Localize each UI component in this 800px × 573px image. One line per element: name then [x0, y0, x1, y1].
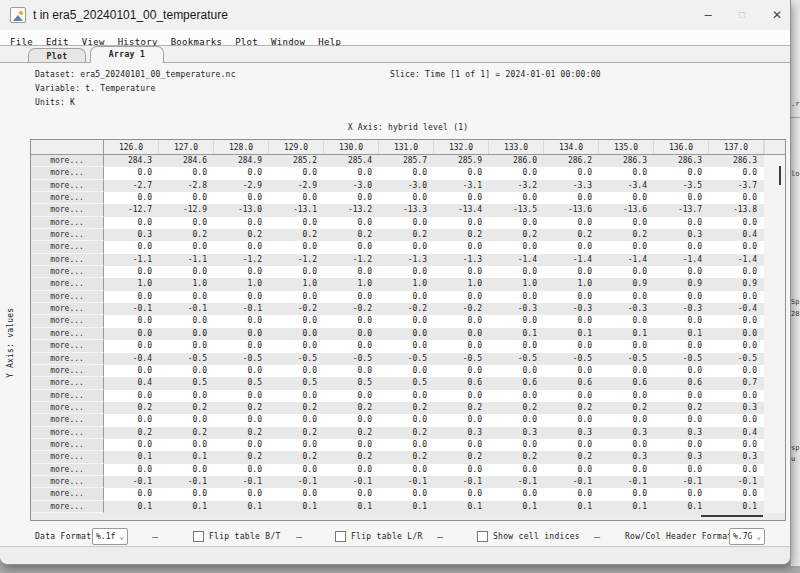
table-cell[interactable]: -0.1 — [269, 476, 324, 488]
table-cell[interactable]: -1.4 — [544, 254, 599, 266]
table-cell[interactable]: 0.4 — [709, 229, 764, 241]
row-header-more[interactable]: more... — [31, 229, 104, 241]
table-cell[interactable]: 0.0 — [599, 241, 654, 253]
table-cell[interactable]: 0.1 — [654, 501, 709, 513]
table-cell[interactable]: 0.0 — [709, 414, 764, 426]
table-cell[interactable]: 1.0 — [269, 278, 324, 290]
table-cell[interactable]: 0.6 — [544, 377, 599, 389]
table-cell[interactable]: 0.0 — [159, 291, 214, 303]
table-cell[interactable]: 0.0 — [599, 192, 654, 204]
table-cell[interactable]: 0.0 — [159, 464, 214, 476]
table-cell[interactable]: -3.5 — [654, 180, 709, 192]
table-cell[interactable]: 0.0 — [379, 340, 434, 352]
table-cell[interactable]: 0.0 — [159, 217, 214, 229]
table-cell[interactable]: 0.2 — [489, 451, 544, 463]
tab-array-1[interactable]: Array 1 — [90, 46, 164, 63]
table-cell[interactable]: -0.1 — [324, 476, 379, 488]
row-header-more[interactable]: more... — [31, 402, 104, 414]
table-cell[interactable]: -0.5 — [379, 353, 434, 365]
table-cell[interactable]: 286.0 — [489, 155, 544, 167]
table-cell[interactable]: 0.0 — [599, 390, 654, 402]
table-cell[interactable]: 0.0 — [544, 291, 599, 303]
table-cell[interactable]: 0.2 — [544, 229, 599, 241]
table-cell[interactable]: 0.0 — [434, 266, 489, 278]
table-cell[interactable]: 0.0 — [269, 390, 324, 402]
row-header-more[interactable]: more... — [31, 278, 104, 290]
table-cell[interactable]: 0.2 — [379, 451, 434, 463]
table-cell[interactable]: 0.0 — [159, 266, 214, 278]
table-cell[interactable]: -2.9 — [214, 180, 269, 192]
table-cell[interactable]: 0.0 — [599, 266, 654, 278]
row-header-more[interactable]: more... — [31, 414, 104, 426]
table-cell[interactable]: -3.4 — [599, 180, 654, 192]
table-cell[interactable]: 0.0 — [324, 439, 379, 451]
table-cell[interactable]: 0.0 — [159, 328, 214, 340]
table-cell[interactable]: 0.1 — [104, 451, 159, 463]
table-cell[interactable]: 0.0 — [544, 241, 599, 253]
table-cell[interactable]: 0.0 — [544, 192, 599, 204]
data-format-select[interactable]: %.1f⌄ — [92, 528, 128, 545]
table-cell[interactable]: -0.1 — [709, 476, 764, 488]
table-cell[interactable]: -0.2 — [269, 303, 324, 315]
row-header-more[interactable]: more... — [31, 451, 104, 463]
table-cell[interactable]: -2.8 — [159, 180, 214, 192]
table-cell[interactable]: -13.7 — [654, 204, 709, 216]
table-cell[interactable]: 0.0 — [434, 439, 489, 451]
table-cell[interactable]: 0.0 — [269, 488, 324, 500]
table-cell[interactable]: -1.4 — [489, 254, 544, 266]
table-cell[interactable]: 0.0 — [214, 266, 269, 278]
table-cell[interactable]: 0.0 — [434, 167, 489, 179]
table-cell[interactable]: -2.9 — [269, 180, 324, 192]
table-cell[interactable]: 0.1 — [159, 501, 214, 513]
table-cell[interactable]: -2.7 — [104, 180, 159, 192]
table-cell[interactable]: 0.0 — [324, 365, 379, 377]
table-cell[interactable]: 0.6 — [599, 377, 654, 389]
table-cell[interactable]: 0.0 — [599, 488, 654, 500]
table-cell[interactable]: -1.2 — [214, 254, 269, 266]
horizontal-scrollbar-thumb[interactable] — [701, 515, 763, 517]
table-cell[interactable]: 0.0 — [159, 192, 214, 204]
table-cell[interactable]: 0.0 — [214, 414, 269, 426]
table-cell[interactable]: -0.1 — [489, 476, 544, 488]
table-cell[interactable]: 0.9 — [709, 278, 764, 290]
table-cell[interactable]: 1.0 — [159, 278, 214, 290]
row-header-more[interactable]: more... — [31, 476, 104, 488]
close-button[interactable]: ✕ — [759, 0, 795, 30]
table-cell[interactable]: 284.3 — [104, 155, 159, 167]
table-cell[interactable]: -3.1 — [434, 180, 489, 192]
table-cell[interactable]: 0.3 — [654, 427, 709, 439]
table-cell[interactable]: 0.0 — [489, 192, 544, 204]
table-cell[interactable]: 0.0 — [599, 167, 654, 179]
table-cell[interactable]: 0.0 — [269, 315, 324, 327]
table-cell[interactable]: 0.0 — [434, 390, 489, 402]
tab-plot[interactable]: Plot — [28, 48, 86, 63]
table-cell[interactable]: 285.4 — [324, 155, 379, 167]
table-cell[interactable]: 0.0 — [434, 365, 489, 377]
table-cell[interactable]: -0.1 — [159, 476, 214, 488]
table-cell[interactable]: -0.2 — [434, 303, 489, 315]
table-cell[interactable]: 0.0 — [324, 315, 379, 327]
row-header-more[interactable]: more... — [31, 291, 104, 303]
table-cell[interactable]: 0.0 — [214, 192, 269, 204]
table-cell[interactable]: 0.0 — [489, 439, 544, 451]
table-cell[interactable]: 0.2 — [269, 451, 324, 463]
table-cell[interactable]: 0.0 — [654, 217, 709, 229]
table-cell[interactable]: 0.2 — [654, 402, 709, 414]
table-cell[interactable]: 0.0 — [104, 365, 159, 377]
table-cell[interactable]: 0.2 — [379, 229, 434, 241]
table-cell[interactable]: -0.5 — [489, 353, 544, 365]
table-cell[interactable]: 0.6 — [654, 377, 709, 389]
table-cell[interactable]: 0.9 — [654, 278, 709, 290]
table-cell[interactable]: 0.0 — [269, 291, 324, 303]
table-cell[interactable]: 1.0 — [489, 278, 544, 290]
table-cell[interactable]: 0.0 — [379, 488, 434, 500]
row-header-more[interactable]: more... — [31, 464, 104, 476]
table-cell[interactable]: 0.0 — [379, 439, 434, 451]
table-cell[interactable]: 0.0 — [104, 266, 159, 278]
table-cell[interactable]: 0.0 — [599, 315, 654, 327]
table-cell[interactable]: 0.0 — [489, 365, 544, 377]
table-cell[interactable]: 0.0 — [544, 414, 599, 426]
column-header-126-0[interactable]: 126.0 — [104, 140, 159, 154]
table-cell[interactable]: 0.3 — [599, 451, 654, 463]
table-cell[interactable]: 0.1 — [489, 501, 544, 513]
